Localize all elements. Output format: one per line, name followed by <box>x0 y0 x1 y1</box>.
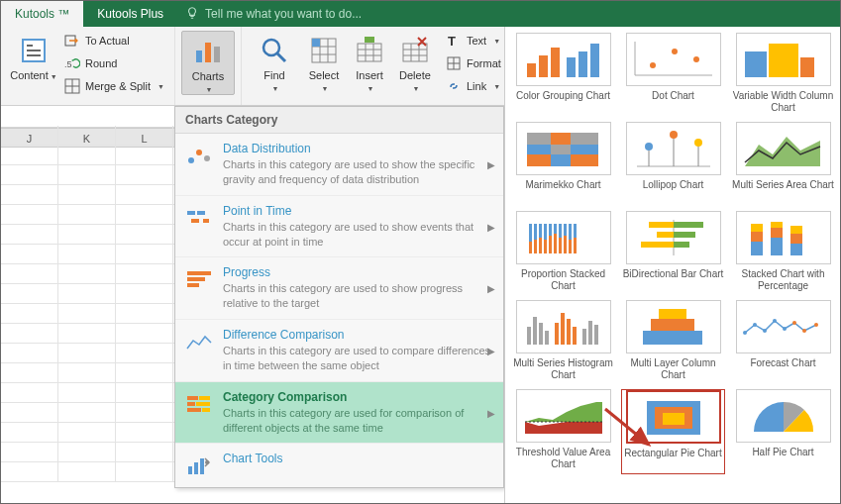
svg-rect-45 <box>191 219 199 223</box>
progress-icon <box>185 265 213 293</box>
format-icon <box>446 55 462 71</box>
gallery-proportion-stacked[interactable]: Proportion Stacked Chart <box>511 211 615 294</box>
svg-rect-56 <box>188 466 192 474</box>
category-progress[interactable]: ProgressCharts in this category are used… <box>175 257 503 320</box>
svg-rect-60 <box>527 63 536 77</box>
select-button[interactable]: Select▼ <box>301 31 347 93</box>
svg-rect-121 <box>771 238 783 255</box>
svg-rect-127 <box>527 327 531 345</box>
charts-icon <box>192 36 224 67</box>
svg-rect-122 <box>771 228 783 238</box>
find-button[interactable]: Find▼ <box>248 31 301 93</box>
gallery-multi-series-area[interactable]: Multi Series Area Chart <box>731 122 835 205</box>
delete-icon <box>399 35 431 66</box>
svg-rect-129 <box>539 323 543 345</box>
svg-point-143 <box>763 329 767 333</box>
svg-rect-133 <box>567 319 571 345</box>
svg-rect-72 <box>769 44 798 77</box>
svg-point-147 <box>802 329 806 333</box>
svg-rect-19 <box>312 39 320 47</box>
find-icon <box>259 35 290 66</box>
dropdown-header: Charts Category <box>175 107 503 134</box>
svg-rect-62 <box>551 48 560 77</box>
gallery-bidirectional-bar[interactable]: BiDirectional Bar Chart <box>621 211 725 294</box>
svg-point-148 <box>814 323 818 327</box>
svg-rect-128 <box>533 317 537 345</box>
gallery-half-pie[interactable]: Half Pie Chart <box>731 389 835 474</box>
gallery-color-grouping[interactable]: Color Grouping Chart <box>511 33 615 116</box>
to-actual-button[interactable]: To Actual <box>60 31 168 50</box>
svg-rect-106 <box>554 234 557 253</box>
merge-split-button[interactable]: Merge & Split▼ <box>60 76 168 96</box>
svg-rect-116 <box>641 242 674 248</box>
svg-rect-109 <box>569 240 572 253</box>
svg-rect-131 <box>555 323 559 345</box>
chevron-right-icon: ▶ <box>487 407 495 418</box>
delete-button[interactable]: Delete▼ <box>392 31 438 93</box>
chevron-right-icon: ▶ <box>487 283 495 294</box>
svg-rect-113 <box>674 222 703 228</box>
svg-rect-64 <box>578 51 587 77</box>
svg-rect-114 <box>657 232 674 238</box>
svg-rect-154 <box>663 413 684 425</box>
svg-rect-65 <box>590 44 599 77</box>
svg-rect-115 <box>674 232 695 238</box>
svg-rect-77 <box>527 145 551 154</box>
svg-rect-139 <box>651 319 694 331</box>
gallery-marimekko[interactable]: Marimekko Chart <box>511 122 615 205</box>
svg-point-59 <box>205 460 209 464</box>
content-button[interactable]: Content▼ <box>7 31 60 81</box>
svg-point-144 <box>773 319 777 323</box>
gallery-dot-chart[interactable]: Dot Chart <box>621 33 725 116</box>
svg-rect-140 <box>659 309 686 319</box>
svg-rect-75 <box>551 133 571 145</box>
category-chart-tools[interactable]: Chart Tools <box>175 444 503 487</box>
svg-rect-9 <box>196 50 202 62</box>
gallery-multi-layer-column[interactable]: Multi Layer Column Chart <box>621 300 725 383</box>
round-button[interactable]: .5 Round <box>60 53 168 73</box>
svg-rect-78 <box>551 145 571 154</box>
insert-button[interactable]: Insert▼ <box>347 31 392 93</box>
gallery-threshold-area[interactable]: Threshold Value Area Chart <box>511 389 615 474</box>
gallery-lollipop[interactable]: Lollipop Chart <box>621 122 725 205</box>
gallery-multi-histogram[interactable]: Multi Series Histogram Chart <box>511 300 615 383</box>
svg-rect-124 <box>790 244 802 255</box>
gallery-rectangular-pie[interactable]: Rectangular Pie Chart <box>621 389 725 474</box>
gallery-forecast[interactable]: Forecast Chart <box>731 300 835 383</box>
category-category-comparison[interactable]: Category ComparisonCharts in this catego… <box>175 382 503 445</box>
svg-point-41 <box>196 150 202 155</box>
svg-point-40 <box>188 157 194 163</box>
svg-rect-47 <box>187 271 211 275</box>
spreadsheet-grid[interactable]: J K L <box>1 106 174 504</box>
svg-rect-51 <box>199 396 210 400</box>
category-difference-comparison[interactable]: Difference ComparisonCharts in this cate… <box>175 320 503 382</box>
timeline-icon <box>185 204 213 232</box>
svg-rect-103 <box>539 238 542 253</box>
gallery-variable-width[interactable]: Variable Width Column Chart <box>731 33 835 116</box>
charts-button[interactable]: Charts▼ <box>181 31 235 95</box>
chart-gallery: Color Grouping Chart Dot Chart Variable … <box>504 27 840 503</box>
svg-rect-76 <box>571 133 598 145</box>
svg-point-42 <box>204 155 210 161</box>
category-data-distribution[interactable]: Data DistributionCharts in this category… <box>175 134 503 196</box>
svg-rect-123 <box>771 222 783 228</box>
svg-rect-25 <box>365 37 374 43</box>
tab-kutools-plus[interactable]: Kutools Plus <box>83 1 177 27</box>
svg-rect-49 <box>187 283 199 287</box>
svg-marker-149 <box>525 402 602 422</box>
chevron-right-icon: ▶ <box>487 221 495 232</box>
gallery-stacked-percentage[interactable]: Stacked Chart with Percentage <box>731 211 835 294</box>
to-actual-icon <box>64 33 80 49</box>
svg-point-145 <box>783 327 787 331</box>
svg-rect-82 <box>571 154 598 166</box>
svg-rect-50 <box>187 396 198 400</box>
svg-rect-126 <box>790 226 802 234</box>
tab-kutools[interactable]: Kutools ™ <box>1 1 83 27</box>
svg-point-89 <box>694 139 702 147</box>
tell-me-text: Tell me what you want to do... <box>205 7 362 21</box>
category-point-in-time[interactable]: Point in TimeCharts in this category are… <box>175 196 503 258</box>
tell-me[interactable]: Tell me what you want to do... <box>177 1 840 27</box>
svg-point-12 <box>263 40 279 55</box>
svg-point-68 <box>650 62 656 68</box>
insert-icon <box>354 35 385 66</box>
